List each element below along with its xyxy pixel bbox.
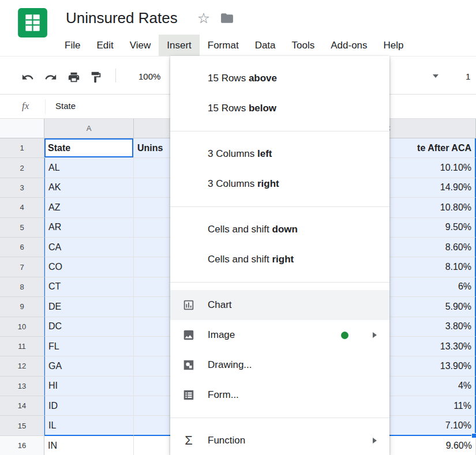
row-header-14[interactable]: 14	[0, 396, 44, 416]
insert-menu-item-3-columns-right[interactable]: 3 Columns right	[170, 169, 389, 199]
menu-divider	[170, 206, 389, 207]
column-header-a[interactable]: A	[44, 119, 134, 138]
zoom-control[interactable]: 100%	[138, 72, 160, 81]
row-header-12[interactable]: 12	[0, 356, 44, 376]
menu-item-label: Image	[208, 329, 235, 341]
insert-menu-item-cells-and-shift-down[interactable]: Cells and shift down	[170, 215, 389, 245]
menubar-item-help[interactable]: Help	[376, 35, 412, 56]
menu-item-label: Cells and shift right	[208, 254, 294, 265]
row-header-7[interactable]: 7	[0, 257, 44, 277]
drawing-icon	[182, 358, 196, 372]
row-header-15[interactable]: 15	[0, 416, 44, 435]
menu-item-icon-spacer	[182, 223, 196, 236]
row-header-5[interactable]: 5	[0, 218, 44, 238]
insert-menu-item-chart[interactable]: Chart	[170, 290, 389, 320]
menu-divider	[170, 418, 389, 418]
menu-divider	[170, 282, 389, 283]
menubar: FileEditViewInsertFormatDataToolsAdd-ons…	[57, 35, 412, 56]
menu-item-label: 3 Columns right	[208, 178, 279, 190]
insert-menu-item-15-rows-above[interactable]: 15 Rows above	[170, 63, 389, 93]
row-header-3[interactable]: 3	[0, 178, 44, 198]
formula-bar-separator	[45, 99, 46, 114]
menu-item-icon-spacer	[182, 177, 196, 191]
menubar-item-file[interactable]: File	[57, 35, 88, 56]
chevron-down-icon[interactable]	[433, 74, 438, 78]
menu-item-label: 15 Rows below	[208, 103, 276, 114]
function-icon: Σ	[182, 434, 196, 448]
menu-item-label: Drawing...	[208, 359, 252, 371]
row-header-4[interactable]: 4	[0, 198, 44, 217]
menubar-item-format[interactable]: Format	[200, 35, 247, 56]
cell-A16[interactable]: IN	[44, 436, 134, 455]
image-icon	[182, 328, 196, 342]
folder-icon[interactable]	[220, 11, 234, 25]
insert-menu-item-15-rows-below[interactable]: 15 Rows below	[170, 93, 389, 123]
menu-item-right	[341, 332, 377, 339]
insert-menu: 15 Rows above15 Rows below3 Columns left…	[170, 56, 389, 455]
row-header-9[interactable]: 9	[0, 297, 44, 317]
menu-item-label: 3 Columns left	[208, 148, 272, 160]
row-header-2[interactable]: 2	[0, 158, 44, 178]
green-dot-indicator	[341, 332, 348, 339]
document-title[interactable]: Uninsured Rates	[66, 9, 178, 27]
cell-A3[interactable]: AK	[44, 178, 134, 198]
insert-menu-item-image[interactable]: Image	[170, 320, 389, 350]
cell-A9[interactable]: DE	[44, 297, 134, 317]
cell-A5[interactable]: AR	[44, 218, 134, 238]
cell-A11[interactable]: FL	[44, 337, 134, 356]
print-icon[interactable]	[68, 71, 80, 84]
menu-item-label: Cells and shift down	[208, 224, 298, 235]
menu-item-icon-spacer	[182, 72, 196, 85]
cell-A7[interactable]: CO	[44, 257, 134, 277]
select-all-corner[interactable]	[0, 119, 44, 138]
insert-menu-item-form[interactable]: Form...	[170, 380, 389, 410]
menubar-item-insert[interactable]: Insert	[159, 35, 200, 56]
sheets-logo-icon[interactable]	[17, 7, 48, 38]
star-icon[interactable]: ☆	[197, 11, 210, 25]
formula-input[interactable]: State	[55, 101, 76, 111]
toolbar-separator	[115, 69, 116, 82]
cell-A12[interactable]: GA	[44, 356, 134, 376]
row-header-8[interactable]: 8	[0, 277, 44, 297]
menu-item-label: Form...	[208, 389, 239, 401]
cell-A13[interactable]: HI	[44, 377, 134, 396]
font-size-value[interactable]: 1	[466, 72, 470, 81]
insert-menu-item-cells-and-shift-right[interactable]: Cells and shift right	[170, 245, 389, 274]
menubar-item-data[interactable]: Data	[247, 35, 284, 56]
cell-A14[interactable]: ID	[44, 396, 134, 416]
menu-item-right	[373, 438, 377, 443]
paint-format-icon[interactable]	[89, 71, 102, 84]
row-header-6[interactable]: 6	[0, 238, 44, 257]
row-header-11[interactable]: 11	[0, 337, 44, 356]
insert-menu-item-3-columns-left[interactable]: 3 Columns left	[170, 139, 389, 169]
menubar-item-tools[interactable]: Tools	[284, 35, 323, 56]
cell-A10[interactable]: DC	[44, 317, 134, 337]
row-header-16[interactable]: 16	[0, 436, 44, 455]
row-header-10[interactable]: 10	[0, 317, 44, 337]
google-sheets-window: Uninsured Rates ☆ FileEditViewInsertForm…	[0, 0, 476, 455]
menu-item-label: Function	[208, 435, 245, 446]
cell-A8[interactable]: CT	[44, 277, 134, 297]
row-header-13[interactable]: 13	[0, 377, 44, 396]
cell-A2[interactable]: AL	[44, 158, 134, 178]
insert-menu-item-function[interactable]: ΣFunction	[170, 426, 389, 455]
row-header-1[interactable]: 1	[0, 138, 44, 158]
cell-A15[interactable]: IL	[44, 416, 134, 435]
fill-handle[interactable]	[471, 433, 476, 438]
cell-A6[interactable]: CA	[44, 238, 134, 257]
title-row: Uninsured Rates ☆	[66, 9, 234, 27]
cell-A4[interactable]: AZ	[44, 198, 134, 217]
menubar-item-add-ons[interactable]: Add-ons	[323, 35, 375, 56]
menubar-item-edit[interactable]: Edit	[88, 35, 121, 56]
form-icon	[182, 388, 196, 402]
cell-A1[interactable]: State	[44, 138, 134, 158]
undo-icon[interactable]	[21, 71, 34, 84]
menu-item-icon-spacer	[182, 147, 196, 161]
menu-item-icon-spacer	[182, 253, 196, 266]
redo-icon[interactable]	[44, 71, 57, 84]
menu-item-label: 15 Rows above	[208, 73, 277, 84]
menu-divider	[170, 131, 389, 131]
menubar-item-view[interactable]: View	[122, 35, 159, 56]
insert-menu-item-drawing[interactable]: Drawing...	[170, 350, 389, 380]
chart-icon	[182, 298, 196, 312]
